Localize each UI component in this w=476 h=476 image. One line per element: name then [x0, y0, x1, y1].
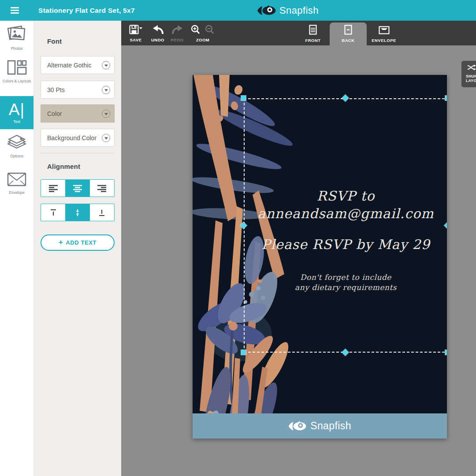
- align-top-icon: [48, 209, 58, 216]
- snapfish-editor: { "header": { "title": "Stationery Flat …: [0, 0, 476, 476]
- align-left-icon: [48, 185, 58, 192]
- align-bottom-icon: [97, 209, 107, 216]
- redo-icon: [171, 25, 183, 34]
- align-middle-icon: [73, 209, 82, 216]
- zoom-out-icon: [206, 26, 213, 33]
- panel-divider: [41, 153, 115, 153]
- handle-top-right[interactable]: [445, 96, 447, 100]
- redo-button[interactable]: REDO: [167, 25, 187, 42]
- sidebar-item-options[interactable]: Options: [0, 134, 33, 158]
- save-button[interactable]: SAVE: [126, 25, 146, 42]
- sidebar-item-label: Options: [0, 154, 33, 158]
- align-bottom-button[interactable]: [90, 204, 114, 221]
- tab-back[interactable]: BACK: [330, 22, 367, 47]
- card-back-preview: RSVP to anneandsam@gmail.com Please RSVP…: [193, 75, 447, 439]
- font-color-dropdown[interactable]: Color: [41, 104, 115, 123]
- sidebar-item-colors-layouts[interactable]: Colors & Layouts: [0, 60, 33, 83]
- sidebar-item-envelope[interactable]: Envelope: [0, 172, 33, 195]
- zoom-in-icon: [192, 26, 199, 33]
- chevron-down-icon: [102, 134, 110, 142]
- font-size-value: 30 Pts: [47, 86, 65, 93]
- card-footer-brand: Snapfish: [310, 420, 351, 432]
- shuffle-label-line2: LAYOUTS: [466, 78, 476, 83]
- plus-icon: +: [59, 238, 63, 247]
- tool-sidebar: Photos Colors & Layouts A| Text Options …: [0, 21, 33, 476]
- envelope-tab-icon: [379, 25, 390, 35]
- align-top-button[interactable]: [41, 204, 65, 221]
- brand-wordmark: Snapfish: [279, 5, 319, 16]
- align-right-button[interactable]: [90, 180, 114, 197]
- align-right-icon: [97, 185, 107, 192]
- undo-button[interactable]: UNDO: [148, 25, 168, 42]
- save-icon: [129, 25, 142, 34]
- horizontal-alignment-group: [41, 179, 115, 197]
- shuffle-layouts-button[interactable]: SHUFFLE LAYOUTS: [461, 61, 476, 87]
- align-center-icon: [73, 185, 82, 192]
- chevron-down-icon: [102, 86, 110, 94]
- vertical-alignment-group: [41, 204, 115, 221]
- undo-icon: [152, 25, 164, 34]
- shuffle-icon: [467, 64, 476, 71]
- handle-top-left[interactable]: [241, 96, 246, 100]
- tab-front[interactable]: FRONT: [294, 25, 331, 43]
- font-family-value: Alternate Gothic: [47, 62, 91, 69]
- chevron-down-icon: [102, 61, 110, 69]
- selection-box[interactable]: [244, 98, 447, 353]
- snapfish-fish-icon: [288, 420, 307, 432]
- design-canvas: RSVP to anneandsam@gmail.com Please RSVP…: [121, 45, 476, 476]
- project-title: Stationery Flat Card Set, 5x7: [38, 0, 135, 21]
- snapfish-logo: Snapfish: [257, 4, 319, 17]
- tab-envelope[interactable]: ENVELOPE: [364, 25, 404, 43]
- font-section-heading: Font: [47, 37, 62, 45]
- text-tools-panel: Font Alternate Gothic 30 Pts Color Backg…: [33, 21, 121, 476]
- background-color-label: Background Color: [47, 134, 97, 141]
- font-color-label: Color: [47, 110, 62, 117]
- sidebar-item-label: Photos: [0, 46, 33, 51]
- sidebar-item-label: Envelope: [0, 190, 33, 195]
- sidebar-item-label: Text: [0, 119, 33, 124]
- handle-bottom-right[interactable]: [445, 350, 447, 355]
- handle-bottom-left[interactable]: [241, 350, 246, 355]
- align-left-button[interactable]: [41, 180, 65, 197]
- options-stack-icon: [7, 134, 27, 150]
- app-header: Stationery Flat Card Set, 5x7 Snapfish: [0, 0, 476, 21]
- snapfish-fish-icon: [257, 4, 276, 17]
- back-card-icon: [344, 25, 352, 35]
- align-middle-button[interactable]: [65, 204, 89, 221]
- menu-icon[interactable]: [11, 7, 19, 14]
- text-tool-icon: A|: [0, 101, 33, 119]
- alignment-section-heading: Alignment: [47, 163, 80, 170]
- align-center-button[interactable]: [65, 180, 89, 197]
- zoom-icons: [190, 25, 215, 34]
- envelope-icon: [7, 172, 27, 187]
- sidebar-item-photos[interactable]: Photos: [0, 24, 33, 51]
- zoom-controls: ZOOM: [187, 25, 218, 42]
- shuffle-label-line1: SHUFFLE: [466, 74, 476, 78]
- background-color-dropdown[interactable]: Background Color: [41, 129, 115, 147]
- add-text-label: ADD TEXT: [66, 239, 97, 246]
- photos-icon: [7, 24, 27, 43]
- card-footer-strip: Snapfish: [193, 413, 447, 439]
- front-card-icon: [309, 25, 317, 35]
- add-text-button[interactable]: + ADD TEXT: [41, 234, 115, 251]
- editor-toolbar: SAVE UNDO REDO ZOO: [121, 21, 476, 45]
- layouts-grid-icon: [7, 60, 27, 75]
- sidebar-item-label: Colors & Layouts: [0, 79, 33, 83]
- chevron-down-icon: [102, 109, 110, 118]
- font-size-dropdown[interactable]: 30 Pts: [41, 81, 115, 99]
- font-family-dropdown[interactable]: Alternate Gothic: [41, 56, 115, 74]
- sidebar-item-text[interactable]: A| Text: [0, 96, 33, 129]
